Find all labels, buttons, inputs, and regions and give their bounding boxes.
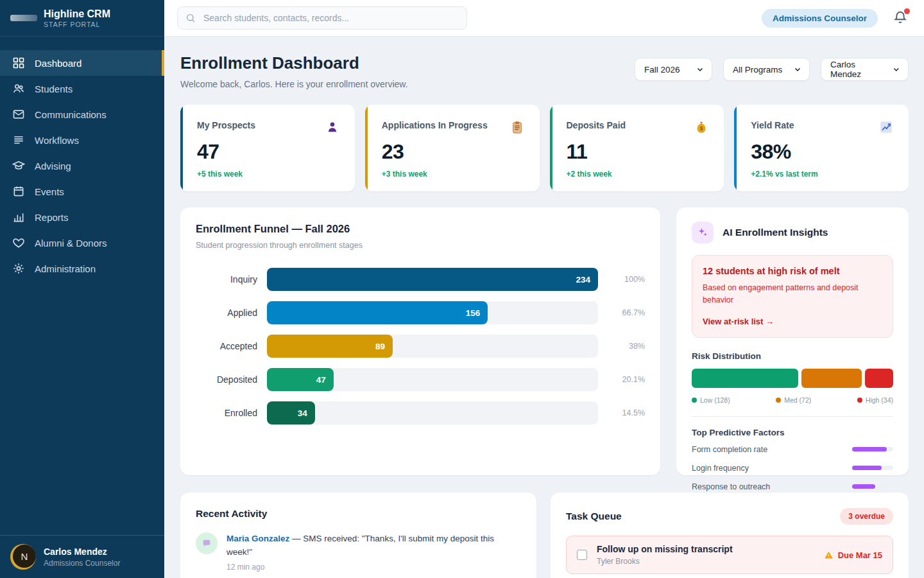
dashboard-content: Enrollment Dashboard Welcome back, Carlo… <box>164 37 924 578</box>
sidebar-item-administration[interactable]: Administration <box>0 256 164 281</box>
funnel-pct-label: 20.1% <box>608 375 645 384</box>
legend-label-low: Low (128) <box>700 396 730 404</box>
stat-accent <box>180 105 183 191</box>
view-at-risk-link[interactable]: View at-risk list → <box>703 317 774 326</box>
notifications-button[interactable] <box>892 9 909 28</box>
legend-dot-low <box>692 398 697 403</box>
factor-fill <box>852 484 875 489</box>
activity-text: Maria Gonzalez — SMS received: "Thanks, … <box>227 532 521 559</box>
stat-change: +2.1% vs last term <box>751 170 893 179</box>
app-subtitle: STAFF PORTAL <box>44 21 110 28</box>
funnel-pct-label: 14.5% <box>608 408 645 417</box>
search-icon <box>185 13 196 23</box>
factor-row: Response to outreach <box>692 482 893 491</box>
factor-name: Response to outreach <box>692 482 770 491</box>
factor-name: Login frequency <box>692 464 749 473</box>
funnel-bar: 89 <box>267 335 393 358</box>
search-box[interactable] <box>177 6 467 30</box>
legend-label-high: High (34) <box>866 396 893 404</box>
activity-item[interactable]: Maria Gonzalez — SMS received: "Thanks, … <box>196 532 521 572</box>
sidebar-item-dashboard[interactable]: Dashboard <box>0 50 164 76</box>
overdue-badge: 3 overdue <box>840 508 893 525</box>
mail-icon <box>12 108 25 121</box>
activity-student-link[interactable]: Maria Gonzalez <box>227 534 289 543</box>
funnel-stage-label: Inquiry <box>196 274 257 285</box>
program-select[interactable]: All Programs <box>723 58 810 81</box>
funnel-bar-value: 234 <box>576 275 590 285</box>
chart-up-icon <box>879 120 893 134</box>
sidebar-item-communications[interactable]: Communications <box>0 101 164 127</box>
stat-label: My Prospects <box>197 120 255 130</box>
stat-cards: My Prospects 47 +5 this week Application… <box>180 105 909 191</box>
funnel-bar-track: 156 <box>267 301 598 324</box>
page-title: Enrollment Dashboard <box>180 53 408 73</box>
funnel-bar-track: 234 <box>267 268 598 291</box>
funnel-row-applied: Applied 156 66.7% <box>196 301 645 324</box>
warning-icon <box>824 550 834 560</box>
legend-dot-med <box>776 398 781 403</box>
notification-dot <box>904 8 910 14</box>
chevron-down-icon <box>794 66 801 73</box>
term-select-value: Fall 2026 <box>644 65 680 74</box>
funnel-bar-track: 34 <box>267 401 598 425</box>
sidebar-user[interactable]: N Carlos Mendez Admissions Counselor <box>0 535 164 578</box>
calendar-icon <box>12 185 25 198</box>
funnel-bar-value: 34 <box>298 408 307 418</box>
sidebar-item-advising[interactable]: Advising <box>0 153 164 179</box>
factor-fill <box>852 466 882 470</box>
sidebar-item-alumni-donors[interactable]: Alumni & Donors <box>0 230 164 256</box>
sidebar-item-events[interactable]: Events <box>0 179 164 204</box>
factor-fill <box>852 447 887 451</box>
legend-dot-high <box>857 398 862 403</box>
task-item[interactable]: Follow up on missing transcript Tyler Br… <box>566 536 893 574</box>
sidebar-item-students[interactable]: Students <box>0 76 164 101</box>
risk-distribution-bar <box>692 369 893 388</box>
stat-change: +5 this week <box>197 170 339 179</box>
role-badge: Admissions Counselor <box>762 9 878 28</box>
funnel-stage-label: Accepted <box>196 341 257 351</box>
funnel-subtitle: Student progression through enrollment s… <box>196 241 645 250</box>
task-due: Due Mar 15 <box>824 550 882 560</box>
sidebar-nav: Dashboard Students Communications Workfl… <box>0 37 164 281</box>
stat-card-deposits: Deposits Paid $ 11 +2 this week <box>550 105 724 191</box>
chevron-down-icon <box>893 66 900 73</box>
stat-accent <box>734 105 737 191</box>
task-title: Follow up on missing transcript <box>597 544 733 554</box>
risk-legend: Low (128) Med (72) High (34) <box>692 396 893 404</box>
money-bag-icon: $ <box>694 120 708 134</box>
stat-accent <box>550 105 552 191</box>
task-checkbox[interactable] <box>577 550 587 560</box>
sidebar-item-label: Dashboard <box>35 58 81 69</box>
sidebar-item-workflows[interactable]: Workflows <box>0 127 164 153</box>
stat-label: Applications In Progress <box>382 120 488 130</box>
sidebar-item-label: Students <box>35 83 73 94</box>
task-queue-card: Task Queue 3 overdue Follow up on missin… <box>551 493 909 578</box>
stat-value: 38% <box>751 140 893 164</box>
filters: Fall 2026 All Programs Carlos Mendez <box>635 58 909 81</box>
risk-segment-high <box>865 369 893 388</box>
alert-body: Based on engagement patterns and deposit… <box>703 282 863 307</box>
brand-logo <box>10 15 37 21</box>
funnel-bar-value: 47 <box>316 375 326 385</box>
stat-accent <box>365 105 368 191</box>
tasks-title: Task Queue <box>566 511 622 522</box>
graduation-cap-icon <box>12 159 25 172</box>
sidebar-item-reports[interactable]: Reports <box>0 204 164 230</box>
search-input[interactable] <box>202 12 459 24</box>
funnel-bar-track: 47 <box>267 368 598 391</box>
bar-chart-icon <box>12 211 25 223</box>
funnel-bar-value: 89 <box>375 342 385 351</box>
chat-bubble-icon <box>196 532 218 554</box>
funnel-bar-track: 89 <box>267 335 598 358</box>
funnel-pct-label: 66.7% <box>608 308 645 317</box>
funnel-row-accepted: Accepted 89 38% <box>196 335 645 358</box>
sidebar-item-label: Alumni & Donors <box>35 238 107 249</box>
funnel-pct-label: 100% <box>608 275 645 284</box>
term-select[interactable]: Fall 2026 <box>635 58 712 81</box>
activity-title: Recent Activity <box>196 508 521 520</box>
recent-activity-card: Recent Activity Maria Gonzalez — SMS rec… <box>180 493 536 578</box>
funnel-bar-value: 156 <box>466 308 481 318</box>
counselor-select[interactable]: Carlos Mendez <box>821 58 909 81</box>
sidebar-item-label: Workflows <box>35 135 79 146</box>
risk-alert: 12 students at high risk of melt Based o… <box>692 255 893 338</box>
